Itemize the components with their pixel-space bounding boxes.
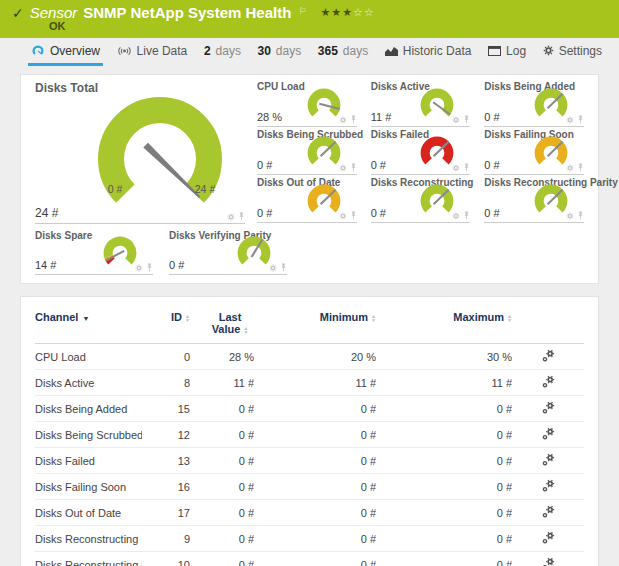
gauge-disks-total: Disks Total 0 # 24 # 24 # (35, 79, 245, 224)
channel-id: 10 (142, 552, 190, 566)
gauge-pin-icon[interactable] (350, 115, 357, 124)
channel-name: Disks Reconstructing P... (35, 552, 142, 566)
channel-minimum: 0 # (254, 448, 376, 474)
gauge-disks-active: Disks Active 11 # (371, 79, 471, 127)
gauge-pin-icon[interactable] (577, 115, 584, 124)
gauge-value: 0 # (484, 207, 499, 219)
gauge-label: CPU Load (257, 81, 305, 92)
chart-icon (385, 46, 398, 56)
gauge-value: 0 # (371, 159, 386, 171)
tab-bar: Overview Live Data 2days 30days 365days … (0, 38, 619, 66)
table-row: Disks Failing Soon 16 0 # 0 # 0 # (35, 474, 584, 500)
channel-maximum: 11 # (376, 370, 512, 396)
gauge-settings-icon[interactable] (339, 164, 347, 172)
channel-settings-icon[interactable] (542, 531, 555, 544)
table-row: CPU Load 0 28 % 20 % 30 % (35, 344, 584, 370)
gauge-pin-icon[interactable] (146, 263, 153, 272)
channel-settings-icon[interactable] (542, 375, 555, 388)
channel-id: 8 (142, 370, 190, 396)
gauge-disks-spare: Disks Spare 14 # (35, 228, 153, 275)
tab-2-days[interactable]: 2days (201, 38, 244, 66)
gauge-settings-icon[interactable] (452, 164, 460, 172)
tab-live-data[interactable]: Live Data (114, 38, 191, 66)
gauge-disks-failed: Disks Failed 0 # (371, 127, 471, 175)
gauge-disks-failing-soon: Disks Failing Soon 0 # (484, 127, 584, 175)
channel-minimum: 0 # (254, 526, 376, 552)
gauge-value: 0 # (371, 207, 386, 219)
column-header-id[interactable]: ID▲▼ (142, 305, 190, 344)
gauge-settings-icon[interactable] (452, 212, 460, 220)
channel-maximum: 0 # (376, 474, 512, 500)
gauge-value: 11 # (371, 111, 392, 123)
gauge-value: 0 # (169, 259, 184, 271)
gauge-pin-icon[interactable] (280, 263, 287, 272)
channel-settings-icon[interactable] (542, 453, 555, 466)
sort-icon: ▲▼ (507, 314, 512, 322)
channel-settings-icon[interactable] (542, 505, 555, 518)
gauge-pin-icon[interactable] (350, 163, 357, 172)
priority-stars[interactable]: ★★★☆☆ (320, 7, 374, 18)
channel-settings-icon[interactable] (542, 479, 555, 492)
gauge-pin-icon[interactable] (463, 163, 470, 172)
tab-30-days[interactable]: 30days (255, 38, 305, 66)
channel-last-value: 0 # (190, 552, 254, 566)
gauge-settings-icon[interactable] (339, 116, 347, 124)
gauge-settings-icon[interactable] (566, 116, 574, 124)
gauge-pin-icon[interactable] (577, 163, 584, 172)
column-header-settings (512, 305, 584, 344)
gauge-value: 28 % (257, 111, 282, 123)
channel-last-value: 28 % (190, 344, 254, 370)
gauge-settings-icon[interactable] (452, 116, 460, 124)
gauge-pin-icon[interactable] (350, 211, 357, 220)
channel-minimum: 0 # (254, 500, 376, 526)
gauge-value: 0 # (257, 207, 272, 219)
gauge-disks-reconstructing-parity: Disks Reconstructing Parity 0 # (484, 175, 584, 223)
table-row: Disks Out of Date 17 0 # 0 # 0 # (35, 500, 584, 526)
gauge-disks-being-added: Disks Being Added 0 # (484, 79, 584, 127)
star-icon: ★ (331, 6, 342, 18)
gauge-settings-icon[interactable] (566, 164, 574, 172)
channel-minimum: 0 # (254, 422, 376, 448)
channel-settings-icon[interactable] (542, 401, 555, 414)
table-row: Disks Being Added 15 0 # 0 # 0 # (35, 396, 584, 422)
gauge-settings-icon[interactable] (339, 212, 347, 220)
tab-365-days[interactable]: 365days (315, 38, 371, 66)
channel-minimum: 0 # (254, 396, 376, 422)
channel-maximum: 0 # (376, 552, 512, 566)
tab-historic-data[interactable]: Historic Data (382, 38, 475, 66)
tab-log[interactable]: Log (485, 38, 529, 66)
sensor-header: ✓ Sensor SNMP NetApp System Health ⚐ ★★★… (0, 0, 619, 38)
star-icon: ★ (342, 6, 353, 18)
gauge-pin-icon[interactable] (577, 211, 584, 220)
table-row: Disks Reconstructing P... 10 0 # 0 # 0 # (35, 552, 584, 566)
column-header-channel[interactable]: Channel▼ (35, 305, 142, 344)
gauge-label: Disks Spare (35, 230, 92, 241)
channel-name: CPU Load (35, 344, 142, 370)
gauge-pin-icon[interactable] (238, 212, 245, 221)
tab-overview[interactable]: Overview (28, 38, 103, 66)
channel-name: Disks Failing Soon (35, 474, 142, 500)
gauge-settings-icon[interactable] (227, 213, 235, 221)
column-header-maximum[interactable]: Maximum▲▼ (376, 305, 512, 344)
channel-settings-icon[interactable] (542, 557, 555, 566)
column-header-last-value[interactable]: Last Value▲▼ (190, 305, 254, 344)
sensor-title: SNMP NetApp System Health (83, 4, 291, 21)
channel-name: Disks Being Added (35, 396, 142, 422)
channel-name: Disks Failed (35, 448, 142, 474)
gauge-pin-icon[interactable] (463, 115, 470, 124)
channel-minimum: 20 % (254, 344, 376, 370)
gauge-grid: CPU Load 28 % Disks Active 11 # Disks Be… (257, 79, 584, 224)
gauge-settings-icon[interactable] (269, 264, 277, 272)
column-header-minimum[interactable]: Minimum▲▼ (254, 305, 376, 344)
star-icon: ★ (320, 6, 331, 18)
gauge-pin-icon[interactable] (463, 211, 470, 220)
channel-settings-icon[interactable] (542, 427, 555, 440)
gauge-settings-icon[interactable] (566, 212, 574, 220)
gauge-settings-icon[interactable] (135, 264, 143, 272)
channel-settings-icon[interactable] (542, 349, 555, 362)
gauge-cpu-load: CPU Load 28 % (257, 79, 357, 127)
gauge-label: Disks Total (35, 81, 98, 95)
channel-id: 16 (142, 474, 190, 500)
channel-last-value: 0 # (190, 500, 254, 526)
tab-settings[interactable]: Settings (540, 38, 605, 66)
